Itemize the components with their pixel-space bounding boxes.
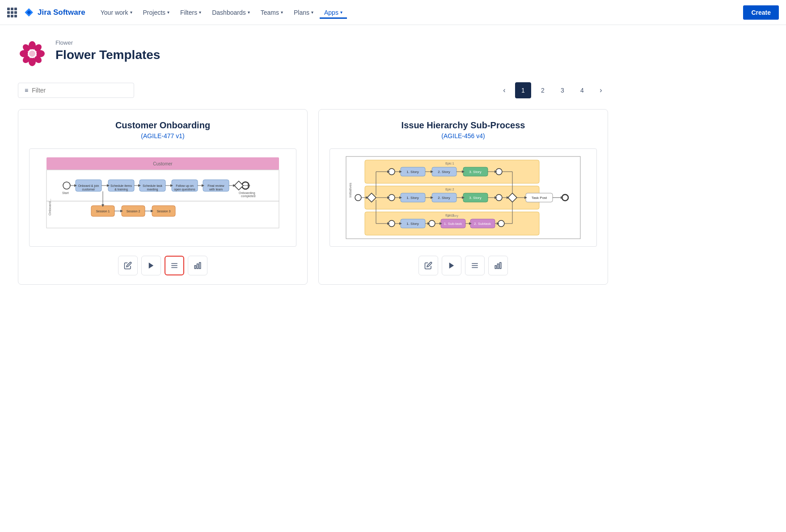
svg-point-108 (389, 220, 395, 227)
svg-text:Customer: Customer (153, 161, 173, 166)
prev-page-button[interactable]: ‹ (497, 83, 511, 97)
svg-text:1. Story: 1. Story (406, 170, 419, 174)
svg-text:Onboard & join: Onboard & join (78, 184, 99, 188)
card-customer-onboarding: Customer Onboarding (AGILE-477 v1) Custo… (18, 109, 308, 285)
svg-point-78 (496, 169, 502, 175)
nav-projects[interactable]: Projects ▾ (139, 6, 174, 19)
card-title: Issue Hierarchy Sub-Process (401, 120, 525, 131)
chart-button[interactable] (488, 256, 508, 275)
page-content: Flower Flower Templates ≡ ‹ 1 2 3 4 › Cu… (0, 25, 626, 299)
nav-teams[interactable]: Teams ▾ (256, 6, 287, 19)
svg-text:3. Story: 3. Story (469, 170, 482, 174)
svg-text:2. Story: 2. Story (438, 170, 450, 174)
card-actions (118, 256, 207, 275)
card-diagram: Initiatives Epic 1 Epic 2 Epic 3 (330, 148, 597, 247)
edit-button[interactable] (418, 256, 438, 275)
svg-point-10 (29, 51, 35, 57)
chevron-icon: ▾ (167, 10, 169, 15)
filter-input[interactable] (32, 87, 127, 94)
svg-point-16 (63, 182, 70, 189)
jira-diamond-icon (24, 8, 34, 17)
breadcrumb: Flower (55, 39, 160, 46)
flower-icon (18, 39, 46, 68)
list-button[interactable] (165, 256, 184, 275)
list-button[interactable] (465, 256, 485, 275)
card-subtitle: (AGILE-477 v1) (141, 132, 184, 139)
svg-text:Initiatives: Initiatives (348, 183, 352, 198)
logo[interactable]: Jira Software (7, 8, 85, 17)
svg-point-116 (498, 220, 504, 227)
svg-text:Onboard...: Onboard... (48, 198, 52, 215)
svg-point-71 (389, 169, 395, 175)
svg-text:Start: Start (62, 191, 69, 194)
svg-text:1. Story: 1. Story (406, 196, 419, 200)
play-button[interactable] (141, 256, 161, 275)
page-title: Flower Templates (55, 48, 160, 62)
page-3-button[interactable]: 3 (554, 82, 570, 98)
next-page-button[interactable]: › (594, 83, 608, 97)
page-2-button[interactable]: 2 (535, 82, 551, 98)
svg-text:Epic 1: Epic 1 (445, 162, 454, 165)
toolbar: ≡ ‹ 1 2 3 4 › (18, 82, 608, 98)
nav-plans[interactable]: Plans ▾ (289, 6, 318, 19)
svg-text:open questions: open questions (174, 188, 195, 191)
svg-text:Schedule task: Schedule task (143, 184, 162, 187)
svg-text:completed: completed (241, 194, 255, 198)
app-name: Jira Software (38, 8, 85, 17)
svg-text:Session 3: Session 3 (157, 210, 171, 213)
chevron-icon: ▾ (248, 10, 250, 15)
svg-text:1. Sub-task: 1. Sub-task (444, 222, 462, 226)
svg-rect-58 (197, 264, 199, 269)
page-1-button[interactable]: 1 (515, 82, 531, 98)
card-subtitle-version: v1 (176, 132, 182, 139)
edit-button[interactable] (118, 256, 138, 275)
svg-text:2. Story: 2. Story (438, 196, 450, 200)
create-button[interactable]: Create (743, 5, 779, 20)
pagination: ‹ 1 2 3 4 › (497, 82, 608, 98)
svg-text:Follow up on: Follow up on (176, 184, 194, 188)
chevron-icon: ▾ (340, 10, 342, 15)
page-header: Flower Flower Templates (18, 39, 608, 68)
svg-text:Session 1: Session 1 (96, 210, 110, 213)
svg-text:customer: customer (82, 188, 95, 191)
svg-text:& training: & training (114, 188, 128, 191)
svg-point-102 (562, 194, 568, 201)
svg-text:Task Post: Task Post (532, 196, 547, 200)
nav-dashboards[interactable]: Dashboards ▾ (207, 6, 254, 19)
svg-rect-132 (498, 264, 499, 269)
chart-button[interactable] (188, 256, 207, 275)
nav-links: Your work ▾ Projects ▾ Filters ▾ Dashboa… (96, 6, 740, 19)
filter-icon: ≡ (25, 87, 28, 94)
nav-your-work[interactable]: Your work ▾ (96, 6, 137, 19)
chevron-icon: ▾ (199, 10, 201, 15)
svg-rect-59 (199, 262, 201, 269)
chevron-icon: ▾ (311, 10, 313, 15)
svg-text:Final review: Final review (207, 184, 224, 187)
svg-text:with team: with team (209, 188, 223, 191)
card-actions (418, 256, 508, 275)
svg-rect-133 (500, 262, 501, 269)
card-title: Customer Onboarding (115, 120, 210, 131)
chevron-icon: ▾ (281, 10, 283, 15)
svg-text:Epic 2: Epic 2 (445, 188, 454, 191)
card-subtitle-link[interactable]: AGILE-456 (444, 132, 474, 139)
cards-grid: Customer Onboarding (AGILE-477 v1) Custo… (18, 109, 608, 285)
navbar: Jira Software Your work ▾ Projects ▾ Fil… (0, 0, 786, 25)
svg-text:meeting: meeting (147, 188, 158, 191)
card-subtitle-link[interactable]: AGILE-477 (143, 132, 174, 139)
svg-text:3. Story: 3. Story (469, 196, 482, 200)
card-subtitle: (AGILE-456 v4) (441, 132, 485, 139)
play-button[interactable] (442, 256, 461, 275)
filter-input-wrap[interactable]: ≡ (18, 83, 134, 98)
svg-text:Schedule items: Schedule items (110, 184, 132, 187)
svg-text:2. Subtask: 2. Subtask (474, 222, 491, 226)
card-diagram: Customer Onboard... Start Onboard & join… (29, 148, 296, 247)
nav-apps[interactable]: Apps ▾ (320, 6, 347, 19)
svg-point-92 (496, 194, 502, 201)
svg-point-68 (355, 194, 361, 201)
nav-filters[interactable]: Filters ▾ (176, 6, 206, 19)
svg-text:1. Story: 1. Story (406, 222, 419, 226)
grid-icon[interactable] (7, 8, 17, 17)
page-4-button[interactable]: 4 (574, 82, 590, 98)
svg-marker-127 (449, 262, 454, 269)
